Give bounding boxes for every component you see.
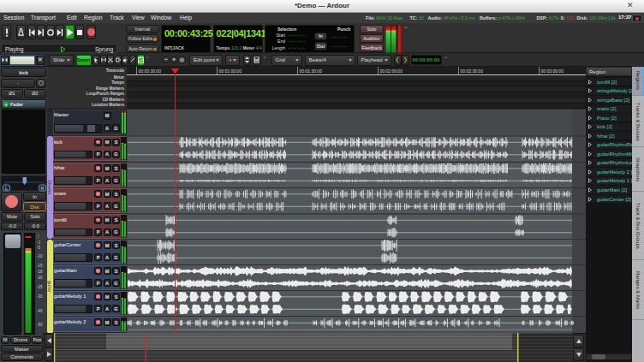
svg-text:R: R (41, 185, 45, 190)
svg-text:L: L (5, 185, 8, 190)
